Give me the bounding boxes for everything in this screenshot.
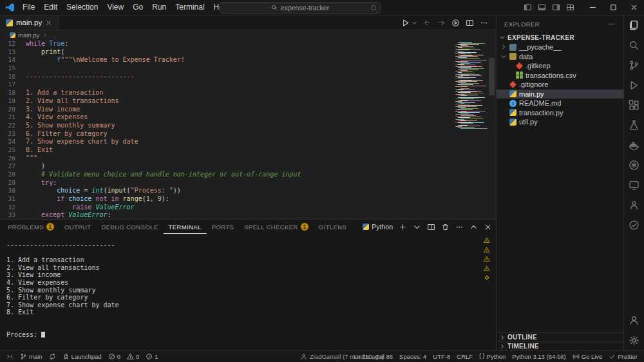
- tab-main-py[interactable]: main.py: [0, 15, 59, 30]
- status-warning[interactable]: 0: [124, 351, 142, 362]
- file-item-transactions-csv[interactable]: transactions.csv: [497, 71, 623, 81]
- minimap[interactable]: [455, 41, 486, 129]
- panel-tab-gitlens[interactable]: GITLENS: [314, 220, 352, 234]
- terminal-profile[interactable]: Python: [363, 223, 393, 231]
- status-check[interactable]: Prettier: [605, 351, 641, 362]
- menu-view[interactable]: View: [102, 0, 128, 15]
- menu-selection[interactable]: Selection: [62, 0, 102, 15]
- trash-icon[interactable]: [441, 223, 450, 231]
- warning-icon[interactable]: [484, 256, 490, 262]
- file-item-readme-md[interactable]: README.md: [497, 99, 623, 108]
- window-close-button[interactable]: [623, 0, 644, 15]
- activity-search[interactable]: [624, 35, 644, 55]
- toggle-panel-icon[interactable]: [538, 3, 546, 12]
- code-line-13: 13 print(: [0, 48, 496, 57]
- more-icon[interactable]: [480, 19, 488, 27]
- activity-settings[interactable]: [624, 330, 644, 350]
- explorer-section-header[interactable]: EXPENSE-TRACKER: [497, 32, 623, 43]
- activity-docker[interactable]: [624, 135, 644, 155]
- file-item-data[interactable]: data: [497, 52, 623, 62]
- status-broadcast[interactable]: Go Live: [569, 351, 606, 362]
- status-spaces-4[interactable]: Spaces: 4: [396, 351, 430, 362]
- window-maximize-button[interactable]: [603, 0, 623, 15]
- file-item-main-py[interactable]: main.py: [497, 90, 623, 99]
- terminal[interactable]: ----------------------------1. Add a tra…: [0, 234, 496, 350]
- toggle-sidebar-icon[interactable]: [524, 3, 532, 12]
- activity-remote-explorer[interactable]: [624, 175, 644, 195]
- tab-close-icon[interactable]: [45, 19, 52, 26]
- marker-icon[interactable]: [484, 274, 490, 281]
- activity-account[interactable]: [624, 310, 644, 330]
- breadcrumb[interactable]: main.py …: [0, 30, 496, 39]
- panel-tab-spell-checker[interactable]: SPELL CHECKER1: [239, 220, 314, 234]
- menu-run[interactable]: Run: [147, 0, 171, 15]
- menu-terminal[interactable]: Terminal: [171, 0, 209, 15]
- warning-icon[interactable]: [484, 247, 490, 253]
- play-icon[interactable]: [401, 19, 410, 27]
- file-item-gitkeep[interactable]: .gitkeep: [497, 61, 623, 71]
- status-remote[interactable]: [3, 351, 17, 362]
- file-item-transaction-py[interactable]: transaction.py: [497, 108, 623, 118]
- title-bar: FileEditSelectionViewGoRunTerminalHelp e…: [0, 0, 644, 15]
- status-python-3-13-64-bit[interactable]: Python 3.13 (64-bit): [509, 351, 569, 362]
- code-line-17: 17: [0, 81, 496, 89]
- chevron-down-icon[interactable]: [413, 223, 421, 231]
- status-branch[interactable]: main: [17, 351, 46, 362]
- git-blame-status[interactable]: ZiadGamall (7 months ago): [300, 353, 384, 360]
- breadcrumb-item-symbol[interactable]: …: [50, 32, 57, 39]
- close-icon[interactable]: [484, 223, 492, 231]
- menu-edit[interactable]: Edit: [39, 0, 62, 15]
- status-crlf[interactable]: CRLF: [453, 351, 476, 362]
- window-minimize-button[interactable]: [582, 0, 603, 15]
- play-circle-icon[interactable]: [451, 19, 460, 27]
- run-debug-icon: [629, 80, 639, 91]
- arrow-back-icon[interactable]: [423, 19, 431, 27]
- activity-kubernetes[interactable]: [624, 155, 644, 175]
- warning-icon[interactable]: [484, 237, 490, 243]
- menu-go[interactable]: Go: [128, 0, 147, 15]
- activity-testing[interactable]: [624, 115, 644, 135]
- outline-section[interactable]: OUTLINE: [497, 332, 623, 341]
- chevron-down-icon[interactable]: [412, 20, 417, 26]
- command-center-search[interactable]: expense-tracker: [220, 2, 381, 14]
- activity-live-share[interactable]: [624, 195, 644, 215]
- source-control-icon: [629, 60, 639, 71]
- warning-icon[interactable]: [484, 265, 490, 272]
- editor-scrollbar[interactable]: [489, 58, 495, 95]
- activity-todo[interactable]: [624, 215, 644, 235]
- more-icon[interactable]: [455, 223, 464, 231]
- split-icon[interactable]: [427, 223, 435, 231]
- python-icon: [509, 119, 516, 126]
- panel-tab-ports[interactable]: PORTS: [207, 220, 240, 234]
- status-sync[interactable]: [46, 351, 59, 362]
- menu-file[interactable]: File: [18, 0, 39, 15]
- status-error[interactable]: 0: [105, 351, 124, 362]
- more-icon[interactable]: [607, 20, 616, 28]
- file-item-util-py[interactable]: util.py: [497, 117, 623, 127]
- activity-explorer[interactable]: [624, 15, 644, 35]
- command-center-extra-icon[interactable]: [370, 5, 377, 11]
- code-editor[interactable]: 12while True:13 print(14 f"""\nWelcome t…: [0, 40, 496, 219]
- plus-icon[interactable]: [399, 223, 407, 231]
- customize-layout-icon[interactable]: [566, 3, 574, 12]
- panel-tab-problems[interactable]: PROBLEMS1: [3, 220, 59, 234]
- split-icon[interactable]: [466, 19, 474, 27]
- panel-tab-terminal[interactable]: TERMINAL: [164, 220, 207, 234]
- arrow-forward-icon[interactable]: [437, 19, 446, 27]
- status-info[interactable]: 1: [142, 351, 161, 362]
- status-bar: mainLaunchpad001 ZiadGamall (7 months ag…: [0, 350, 644, 362]
- panel-tab-debug-console[interactable]: DEBUG CONSOLE: [96, 220, 163, 234]
- timeline-section[interactable]: TIMELINE: [497, 341, 623, 350]
- toggle-secondary-sidebar-icon[interactable]: [552, 3, 560, 12]
- chevron-up-icon[interactable]: [469, 223, 478, 231]
- status-braces[interactable]: { }Python: [476, 351, 509, 362]
- activity-run-debug[interactable]: [624, 75, 644, 95]
- activity-source-control[interactable]: [624, 55, 644, 75]
- panel-tab-output[interactable]: OUTPUT: [59, 220, 96, 234]
- file-item-pycache[interactable]: __pycache__: [497, 43, 623, 52]
- breadcrumb-item-file[interactable]: main.py: [18, 32, 39, 39]
- status-rocket[interactable]: Launchpad: [59, 351, 105, 362]
- activity-extensions[interactable]: [624, 95, 644, 115]
- status-utf-8[interactable]: UTF-8: [430, 351, 453, 362]
- file-item-gitignore[interactable]: .gitignore: [497, 80, 623, 90]
